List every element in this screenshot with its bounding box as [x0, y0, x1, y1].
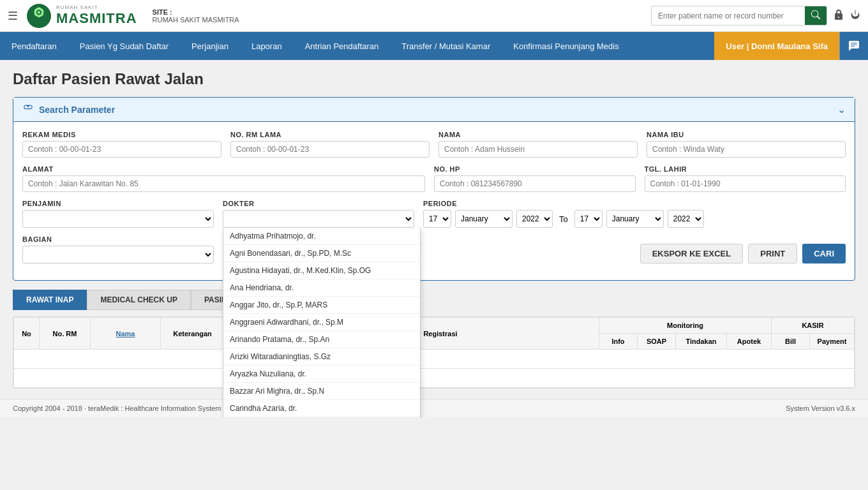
periode-from-year-select[interactable]: 20202021202220232024: [516, 210, 553, 228]
main-content: Daftar Pasien Rawat Jalan Search Paramet…: [0, 60, 868, 399]
col-header-tindakan: Tindakan: [676, 334, 727, 350]
nav-laporan[interactable]: Laporan: [240, 32, 294, 60]
search-panel-title: Search Parameter: [39, 105, 115, 115]
form-group-no-rm-lama: NO. RM LAMA: [230, 131, 430, 158]
bagian-select[interactable]: [22, 246, 214, 264]
alamat-label: ALAMAT: [22, 165, 425, 173]
form-group-periode: PERIODE 12345678910111213141516171819202…: [423, 200, 846, 228]
footer-copyright: Copyright 2004 - 2018 · teraMedik : Heal…: [13, 405, 221, 412]
col-header-monitoring: Monitoring: [599, 318, 772, 334]
cari-button[interactable]: CARI: [802, 244, 846, 264]
nav-perjanjian[interactable]: Perjanjian: [180, 32, 240, 60]
form-group-rekam-medis: REKAM MEDIS: [22, 131, 221, 158]
col-header-keterangan: Keterangan: [161, 318, 225, 350]
col-header-no: No: [14, 318, 40, 350]
doctor-list-item[interactable]: Aryazka Nuzuliana, dr.: [223, 366, 420, 383]
search-panel-title-area: Search Parameter: [22, 103, 115, 116]
doctor-list-item[interactable]: Agni Bonendasari, dr., Sp.PD, M.Sc: [223, 245, 420, 262]
tab-medical-check-up[interactable]: MEDICAL CHECK UP: [87, 290, 190, 310]
ekspor-button[interactable]: EKSPOR KE EXCEL: [640, 244, 744, 264]
no-hp-input[interactable]: [434, 175, 636, 192]
penjamin-select[interactable]: [22, 210, 214, 228]
bagian-label: BAGIAN: [22, 235, 214, 243]
dokter-select[interactable]: [223, 210, 414, 228]
nav-transfer-mutasi[interactable]: Transfer / Mutasi Kamar: [390, 32, 502, 60]
doctor-list-item[interactable]: Bazzar Ari Mighra, dr., Sp.N: [223, 383, 420, 400]
col-header-soap: SOAP: [638, 334, 676, 350]
doctor-list-item[interactable]: Carindha Azaria, dr.: [223, 400, 420, 417]
col-header-no-rm: No. RM: [40, 318, 91, 350]
no-rm-lama-label: NO. RM LAMA: [230, 131, 430, 138]
doctor-list-item[interactable]: Arinando Pratama, dr., Sp.An: [223, 331, 420, 348]
doctor-list-item[interactable]: Ana Hendriana, dr.: [223, 279, 420, 297]
no-rm-lama-input[interactable]: [230, 141, 430, 158]
search-panel: Search Parameter ⌄ REKAM MEDIS NO. RM LA…: [13, 97, 855, 281]
nav-bar: Pendaftaran Pasien Yg Sudah Daftar Perja…: [0, 32, 868, 60]
search-panel-body: REKAM MEDIS NO. RM LAMA NAMA NAMA IBU: [13, 122, 855, 280]
search-panel-header[interactable]: Search Parameter ⌄: [13, 98, 855, 122]
form-group-alamat: ALAMAT: [22, 165, 425, 192]
nav-pasien-sudah-daftar[interactable]: Pasien Yg Sudah Daftar: [68, 32, 180, 60]
periode-from-day-select[interactable]: 1234567891011121314151617181920212223242…: [423, 210, 451, 228]
nama-ibu-input[interactable]: [647, 141, 846, 158]
periode-to-year-select[interactable]: 20202021202220232024: [668, 210, 704, 228]
nav-user[interactable]: User | Donni Maulana Sifa: [714, 32, 839, 60]
table-row-empty-1: [14, 350, 855, 369]
site-info: SITE : RUMAH SAKIT MASMITRA: [153, 8, 239, 24]
col-header-kasir: KASIR: [772, 318, 855, 334]
nama-sort-link[interactable]: Nama: [116, 330, 135, 338]
doctor-list-item[interactable]: Agustina Hidayati, dr., M.Ked.Klin, Sp.O…: [223, 262, 420, 279]
col-header-bill: Bill: [772, 334, 810, 350]
dokter-label: DOKTER: [223, 200, 414, 207]
table-container: No No. RM Nama Keterangan Assesment Pera…: [13, 316, 855, 389]
alamat-input[interactable]: [22, 175, 425, 192]
nav-antrian-pendaftaran[interactable]: Antrian Pendaftaran: [294, 32, 391, 60]
svg-point-3: [38, 11, 40, 13]
header-right: [651, 6, 860, 26]
footer-version: System Version v3.6.x: [786, 405, 855, 412]
footer: Copyright 2004 - 2018 · teraMedik : Heal…: [0, 399, 868, 417]
col-header-info: Info: [599, 334, 638, 350]
buttons-row: EKSPOR KE EXCEL PRINT CARI: [640, 244, 846, 264]
power-icon[interactable]: [850, 10, 860, 22]
search-param-icon: [22, 103, 34, 116]
penjamin-label: PENJAMIN: [22, 200, 214, 207]
hamburger-icon[interactable]: ☰: [8, 9, 18, 23]
doctor-list-item[interactable]: Anggar Jito, dr., Sp.P, MARS: [223, 297, 420, 314]
logo-area: RUMAH SAKIT MASMITRA SITE : RUMAH SAKIT …: [27, 4, 239, 28]
nama-label: NAMA: [438, 131, 638, 138]
nav-pendaftaran[interactable]: Pendaftaran: [0, 32, 68, 60]
nama-input[interactable]: [438, 141, 638, 158]
logo-icon: [27, 4, 51, 28]
form-group-tgl-lahir: TGL. LAHIR: [645, 165, 846, 192]
dokter-dropdown-list: Adhyatma Prihatmojo, dr.Agni Bonendasari…: [223, 228, 421, 417]
tgl-lahir-input[interactable]: [645, 175, 846, 192]
form-group-no-hp: NO. HP: [434, 165, 636, 192]
doctor-list-item[interactable]: Anggraeni Adiwardhani, dr., Sp.M: [223, 314, 420, 331]
nav-konfirmasi-penunjang[interactable]: Konfirmasi Penunjang Medis: [502, 32, 630, 60]
col-header-nama: Nama: [91, 318, 161, 350]
lock-icon[interactable]: [834, 9, 844, 23]
logo-text: RUMAH SAKIT MASMITRA: [56, 5, 137, 26]
patient-search-button[interactable]: [805, 6, 827, 25]
print-button[interactable]: PRINT: [748, 244, 797, 264]
tab-rawat-inap[interactable]: RAWAT INAP: [13, 290, 87, 310]
periode-group: 1234567891011121314151617181920212223242…: [423, 210, 846, 228]
form-group-penjamin: PENJAMIN: [22, 200, 214, 228]
periode-to-month-select[interactable]: JanuaryFebruaryMarchAprilMayJuneJulyAugu…: [606, 210, 664, 228]
doctor-list-item[interactable]: Adhyatma Prihatmojo, dr.: [223, 228, 420, 245]
nama-ibu-label: NAMA IBU: [647, 131, 846, 138]
patient-search-input[interactable]: [652, 8, 805, 24]
tgl-lahir-label: TGL. LAHIR: [645, 165, 846, 173]
no-hp-label: NO. HP: [434, 165, 636, 173]
form-row-3: PENJAMIN DOKTER Adhyatma Prihatmojo, dr.…: [22, 200, 846, 228]
nav-chat[interactable]: [839, 32, 868, 60]
doctor-list-item[interactable]: Arizki Witaradianingtias, S.Gz: [223, 348, 420, 366]
form-group-nama-ibu: NAMA IBU: [647, 131, 846, 158]
rekam-medis-input[interactable]: [22, 141, 221, 158]
patient-search-box[interactable]: [651, 6, 827, 26]
chevron-down-icon[interactable]: ⌄: [837, 103, 846, 115]
periode-from-month-select[interactable]: JanuaryFebruaryMarchAprilMayJuneJulyAugu…: [455, 210, 513, 228]
periode-label: PERIODE: [423, 200, 846, 207]
periode-to-day-select[interactable]: 1234567891011121314151617181920212223242…: [574, 210, 602, 228]
